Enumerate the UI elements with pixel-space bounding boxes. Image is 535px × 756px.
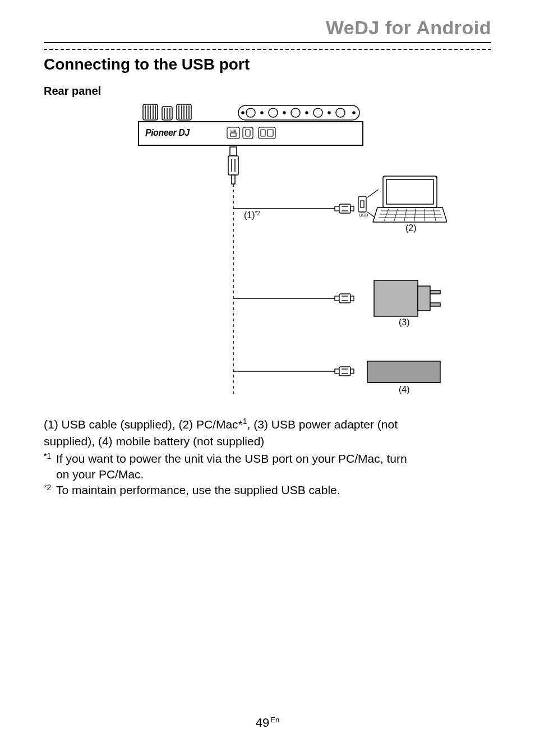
footnote-2: *2 To maintain performance, use the supp…: [44, 482, 491, 498]
svg-rect-37: [230, 147, 237, 156]
footnote-1: *1 If you want to power the unit via the…: [44, 451, 491, 483]
svg-point-25: [306, 112, 308, 114]
diagram-svg: USB: [88, 102, 447, 399]
svg-point-28: [353, 112, 355, 114]
svg-rect-72: [430, 291, 440, 294]
section-title: Connecting to the USB port: [44, 56, 491, 73]
legend-block: (1) USB cable (supplied), (2) PC/Mac*1, …: [44, 416, 491, 499]
page-footer: 49En: [0, 716, 535, 730]
footnote-1-text-a: If you want to power the unit via the US…: [56, 452, 407, 465]
svg-point-21: [313, 108, 322, 117]
svg-rect-41: [232, 175, 235, 184]
legend-line2: supplied), (4) mobile battery (not suppl…: [44, 434, 491, 449]
callout-1-sup: *2: [255, 210, 260, 216]
svg-rect-73: [430, 303, 440, 306]
footnote-2-marker: *2: [44, 482, 56, 498]
callout-2: (2): [405, 223, 417, 233]
legend-line1-b: , (3) USB power adapter (not: [247, 418, 398, 431]
svg-rect-71: [418, 286, 430, 311]
callout-1: (1)*2: [244, 210, 260, 220]
svg-rect-75: [335, 369, 339, 374]
svg-rect-35: [261, 130, 265, 136]
svg-rect-44: [335, 206, 339, 211]
svg-point-19: [269, 108, 278, 117]
svg-rect-48: [350, 206, 354, 211]
svg-rect-33: [246, 130, 250, 136]
svg-point-24: [283, 112, 285, 114]
svg-rect-45: [339, 204, 350, 213]
page-number: 49: [256, 716, 269, 730]
legend-line1-a: (1) USB cable (supplied), (2) PC/Mac*: [44, 418, 243, 431]
svg-point-22: [336, 108, 345, 117]
usb-port-label: USB: [359, 213, 368, 218]
header-title: WeDJ for Android: [44, 17, 491, 39]
footnote-1-text-b: on your PC/Mac.: [56, 468, 144, 481]
header-rule: [44, 42, 491, 43]
legend-line1-sup: 1: [243, 417, 247, 426]
svg-rect-80: [367, 361, 440, 382]
svg-rect-36: [268, 130, 273, 136]
svg-rect-66: [339, 294, 350, 303]
svg-point-23: [261, 112, 263, 114]
footnote-2-text: To maintain performance, use the supplie…: [56, 482, 491, 498]
svg-text:USB: USB: [230, 129, 237, 132]
callout-3: (3): [399, 317, 410, 328]
svg-rect-70: [374, 280, 418, 316]
svg-rect-65: [335, 296, 339, 301]
svg-rect-79: [350, 369, 354, 374]
section-divider-dashed: [44, 49, 491, 50]
svg-rect-54: [386, 179, 433, 204]
svg-rect-30: [230, 133, 236, 136]
svg-line-52: [367, 190, 379, 197]
connection-diagram: USB: [88, 102, 447, 399]
svg-point-18: [246, 108, 255, 117]
callout-4: (4): [399, 385, 410, 395]
callout-1-text: (1): [244, 210, 255, 220]
svg-rect-69: [350, 296, 354, 301]
svg-rect-50: [361, 201, 364, 208]
page: WeDJ for Android Connecting to the USB p…: [0, 0, 535, 756]
subheading-rear-panel: Rear panel: [44, 85, 491, 98]
svg-rect-76: [339, 367, 350, 376]
svg-rect-38: [228, 156, 238, 175]
footnote-1-marker: *1: [44, 451, 56, 483]
svg-point-20: [291, 108, 300, 117]
brand-label: Pioneer DJ: [145, 128, 190, 138]
page-language: En: [270, 716, 279, 724]
svg-point-26: [328, 112, 330, 114]
svg-point-27: [242, 112, 244, 114]
